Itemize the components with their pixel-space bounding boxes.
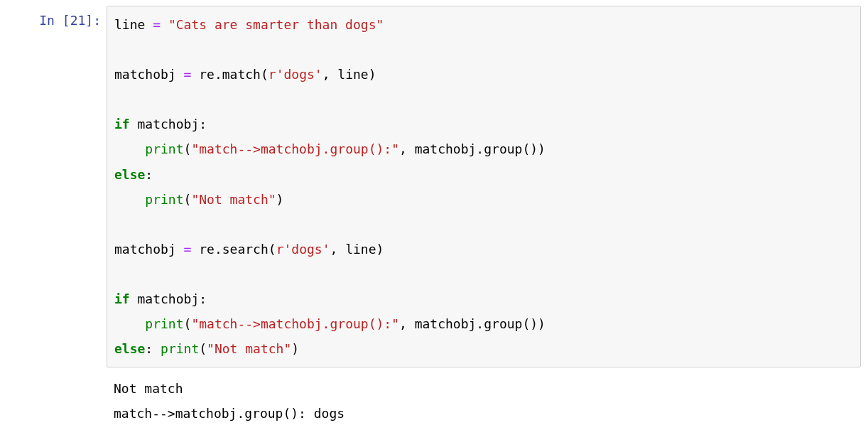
output-line-2: match-->matchobj.group(): dogs: [114, 401, 854, 426]
code-line-2[interactable]: matchobj = re.match(r'dogs', line): [114, 62, 853, 87]
input-prompt: In [21]:: [7, 6, 107, 29]
code-line-3[interactable]: if matchobj:: [114, 112, 853, 136]
output-cell: Not match match-->matchobj.group(): dogs: [0, 373, 868, 429]
code-line-blank-1[interactable]: [114, 37, 853, 62]
code-line-5[interactable]: else:: [114, 162, 853, 187]
code-line-4[interactable]: print("match-->matchobj.group():", match…: [114, 136, 853, 161]
code-line-9[interactable]: print("match-->matchobj.group():", match…: [114, 311, 853, 336]
prompt-execution-count: 21: [70, 13, 86, 28]
input-cell: In [21]: line = "Cats are smarter than d…: [0, 6, 868, 367]
code-line-blank-3[interactable]: [114, 212, 853, 237]
code-line-blank-2[interactable]: [114, 87, 853, 112]
code-line-blank-4[interactable]: [114, 262, 853, 286]
code-line-6[interactable]: print("Not match"): [114, 187, 853, 212]
code-line-7[interactable]: matchobj = re.search(r'dogs', line): [114, 237, 853, 262]
prompt-bracket-close: ]:: [85, 13, 101, 28]
output-line-1: Not match: [114, 376, 854, 401]
prompt-in-label: In: [39, 13, 63, 28]
code-line-1[interactable]: line = "Cats are smarter than dogs": [114, 12, 853, 37]
code-line-10[interactable]: else: print("Not match"): [114, 336, 853, 361]
output-area: Not match match-->matchobj.group(): dogs: [107, 373, 861, 429]
code-editor[interactable]: line = "Cats are smarter than dogs" matc…: [107, 6, 861, 367]
prompt-bracket-open: [: [63, 13, 70, 28]
code-line-8[interactable]: if matchobj:: [114, 286, 853, 311]
